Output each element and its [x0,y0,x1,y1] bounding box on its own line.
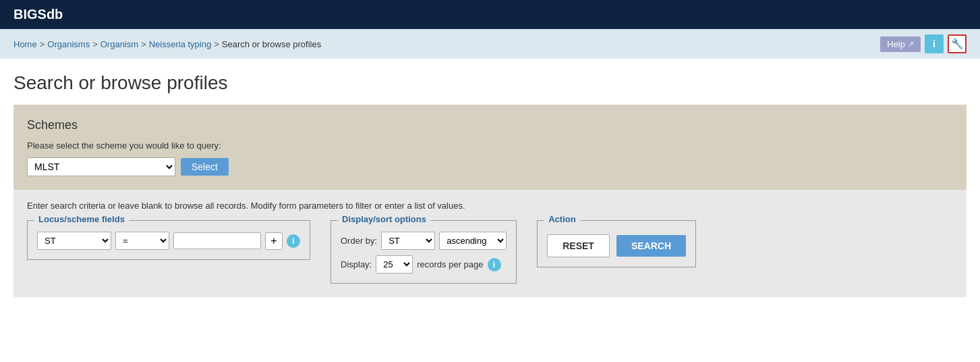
breadcrumb-current: Search or browse profiles [222,39,321,49]
breadcrumb-sep-2: > [92,39,98,49]
records-per-page-label: records per page [417,259,483,269]
schemes-section: Schemes Please select the scheme you wou… [13,105,967,190]
app-title: BIGSdb [13,7,63,22]
plus-icon: + [270,235,277,247]
display-info-button[interactable]: i [488,258,501,272]
display-legend: Display/sort options [338,214,430,224]
value-input[interactable] [173,232,261,249]
breadcrumb-home[interactable]: Home [13,39,37,49]
scheme-row: MLST Select [27,157,953,176]
order-by-select[interactable]: ST [381,232,435,250]
breadcrumb: Home > Organisms > Organism > Neisseria … [13,39,321,49]
operator-select[interactable]: = [115,232,169,250]
info-button[interactable]: i [925,34,944,53]
search-button[interactable]: SEARCH [616,235,686,257]
wrench-icon: 🔧 [951,38,964,50]
locus-legend: Locus/scheme fields [34,214,129,224]
breadcrumb-sep-4: > [214,39,219,49]
action-legend: Action [544,214,579,224]
external-link-icon: ↗ [908,40,914,49]
order-by-label: Order by: [341,236,377,246]
records-per-page-select[interactable]: 25 [376,255,413,274]
locus-info-icon: i [292,236,294,246]
wrench-button[interactable]: 🔧 [948,34,967,53]
breadcrumb-sep-3: > [141,39,146,49]
breadcrumb-organisms[interactable]: Organisms [47,39,90,49]
display-sort-box: Display/sort options Order by: ST ascend… [330,220,517,284]
locus-info-button[interactable]: i [287,234,300,248]
locus-fields-row: ST = + i [37,232,300,250]
breadcrumb-organism[interactable]: Organism [100,39,138,49]
schemes-title: Schemes [27,118,953,132]
action-buttons: RESET SEARCH [547,234,686,257]
display-options-rows: Order by: ST ascending Display: 25 recor… [341,232,507,274]
help-button[interactable]: Help ↗ [880,36,921,52]
search-description: Enter search criteria or leave blank to … [27,201,953,211]
scheme-select-button[interactable]: Select [181,158,229,176]
display-records-row: Display: 25 records per page i [341,255,507,274]
breadcrumb-bar: Home > Organisms > Organism > Neisseria … [0,29,980,59]
display-info-icon: i [493,260,495,269]
breadcrumb-neisseria[interactable]: Neisseria typing [149,39,212,49]
scheme-select[interactable]: MLST [27,157,175,176]
locus-box: Locus/scheme fields ST = + i [27,220,310,260]
search-section: Enter search criteria or leave blank to … [13,190,967,297]
page-title: Search or browse profiles [0,59,980,105]
sort-direction-select[interactable]: ascending [439,232,507,250]
display-label: Display: [341,259,372,269]
info-icon: i [933,38,935,49]
search-form-row: Locus/scheme fields ST = + i Display/sor… [27,220,953,284]
locus-field-select[interactable]: ST [37,232,111,250]
reset-button[interactable]: RESET [547,234,610,257]
app-header: BIGSdb [0,0,980,29]
breadcrumb-sep-1: > [40,39,45,49]
help-label: Help [887,39,905,49]
add-row-button[interactable]: + [265,232,283,250]
header-actions: Help ↗ i 🔧 [880,34,967,53]
schemes-description: Please select the scheme you would like … [27,140,953,151]
action-box: Action RESET SEARCH [537,220,696,267]
order-by-row: Order by: ST ascending [341,232,507,250]
